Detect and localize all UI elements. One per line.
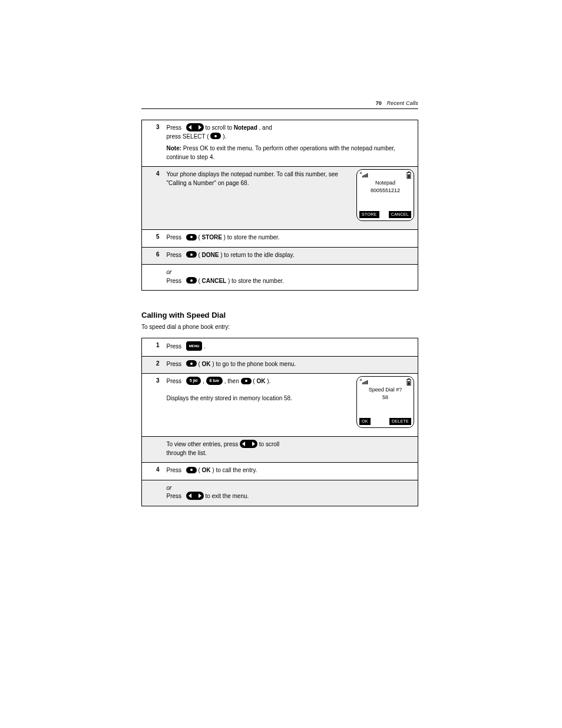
press-label: Press bbox=[167, 493, 182, 499]
table-row: 4 Press ( OK ) to call the entry. bbox=[142, 463, 418, 480]
table-row: 2 Press ( OK ) to go to the phone book m… bbox=[142, 356, 418, 374]
softkey-icon bbox=[186, 467, 197, 473]
running-title: Recent Calls bbox=[387, 100, 418, 106]
softkey-icon bbox=[186, 234, 197, 241]
step-number: 4 bbox=[142, 167, 162, 230]
press-label: Press bbox=[167, 252, 182, 258]
lcd-line1: Notepad bbox=[359, 180, 411, 186]
press-label: Press bbox=[167, 467, 182, 473]
step-number: 3 bbox=[142, 120, 162, 167]
select-key-icon bbox=[210, 133, 221, 139]
svg-rect-13 bbox=[367, 380, 368, 384]
step-text: Displays the entry stored in memory loca… bbox=[167, 395, 292, 401]
phone-display-preview: Notepad 8005551212 STORE CANCEL bbox=[356, 169, 414, 221]
section-lead: To speed dial a phone book entry: bbox=[141, 323, 418, 332]
lcd-line2: 58 bbox=[359, 394, 411, 401]
step-number: 2 bbox=[142, 356, 162, 374]
digit-5-key-icon: 5 jkl bbox=[186, 377, 201, 385]
step-number: 5 bbox=[142, 230, 162, 248]
table-row: To view other entries, press to scroll t… bbox=[142, 437, 418, 463]
instructions-table-notepad: 3 Press to scroll to Notepad , and press… bbox=[141, 120, 418, 291]
svg-rect-2 bbox=[365, 174, 365, 177]
press-label: Press bbox=[167, 278, 182, 284]
battery-icon bbox=[406, 172, 411, 179]
softkey-icon bbox=[186, 277, 197, 284]
svg-rect-9 bbox=[362, 383, 363, 384]
step-number: 4 bbox=[142, 463, 162, 480]
section-heading: Calling with Speed Dial bbox=[141, 311, 418, 319]
lcd-line2: 8005551212 bbox=[359, 187, 411, 194]
press-label: Press bbox=[167, 234, 182, 241]
lcd-line1: Speed Dial #? bbox=[359, 387, 411, 393]
svg-rect-4 bbox=[367, 173, 368, 177]
svg-rect-12 bbox=[366, 381, 366, 384]
instructions-table-speed-dial: 1 Press MENU . 2 Press ( OK ) to go to t… bbox=[141, 338, 418, 506]
page-number: 70 bbox=[376, 100, 382, 106]
svg-rect-1 bbox=[363, 175, 364, 177]
menu-key-icon: MENU bbox=[186, 341, 203, 351]
or-label: or bbox=[167, 269, 172, 275]
or-label: or bbox=[167, 485, 172, 491]
signal-icon bbox=[359, 172, 370, 179]
table-row: 6 Press ( DONE ) to return to the idle d… bbox=[142, 247, 418, 265]
table-row: 5 Press ( STORE ) to store the number. bbox=[142, 230, 418, 248]
step-number: 3 bbox=[142, 374, 162, 437]
table-row: 3 Press to scroll to Notepad , and press… bbox=[142, 120, 418, 167]
table-row: 4 Your phone displays the notepad number… bbox=[142, 167, 418, 230]
svg-rect-3 bbox=[366, 174, 366, 177]
notepad-label: Notepad bbox=[234, 124, 257, 131]
softkey-right: CANCEL bbox=[389, 211, 411, 218]
softkey-left: STORE bbox=[359, 211, 379, 218]
svg-rect-0 bbox=[362, 176, 363, 177]
step-number: 1 bbox=[142, 338, 162, 356]
softkey-icon bbox=[186, 251, 197, 258]
note-label: Note: bbox=[167, 145, 183, 151]
softkey-left: OK bbox=[359, 418, 371, 425]
svg-rect-7 bbox=[408, 176, 410, 178]
svg-rect-8 bbox=[408, 174, 410, 176]
softkey-icon bbox=[241, 378, 252, 384]
digit-8-key-icon: 8 tuv bbox=[206, 377, 223, 385]
svg-rect-16 bbox=[408, 383, 410, 385]
press-label: Press bbox=[167, 124, 182, 131]
nav-key-icon bbox=[186, 492, 204, 500]
battery-icon bbox=[406, 378, 411, 386]
phone-display-preview: Speed Dial #? 58 OK DELETE bbox=[356, 376, 414, 428]
table-row: or Press ( CANCEL ) to store the number. bbox=[142, 265, 418, 291]
svg-rect-11 bbox=[365, 381, 365, 384]
nav-key-icon bbox=[240, 440, 257, 448]
table-row: 1 Press MENU . bbox=[142, 338, 418, 356]
nav-key-icon bbox=[186, 123, 204, 131]
signal-icon bbox=[359, 378, 370, 386]
table-row: or Press to exit the menu. bbox=[142, 480, 418, 506]
step-number: 6 bbox=[142, 247, 162, 265]
press-label: Press bbox=[167, 378, 182, 384]
softkey-icon bbox=[186, 360, 197, 367]
press-label: Press bbox=[167, 342, 182, 349]
note-text: Press OK to exit the menu. To perform ot… bbox=[167, 145, 395, 160]
running-header: 70 Recent Calls bbox=[141, 100, 418, 109]
svg-rect-17 bbox=[408, 381, 410, 383]
softkey-right: DELETE bbox=[389, 418, 411, 425]
press-label: Press bbox=[167, 361, 182, 367]
step-number bbox=[142, 265, 162, 291]
step-text: Your phone displays the notepad number. … bbox=[167, 171, 338, 186]
svg-rect-10 bbox=[363, 382, 364, 384]
table-row: 3 Press 5 jkl , 8 tuv , then ( OK ). Dis… bbox=[142, 374, 418, 437]
